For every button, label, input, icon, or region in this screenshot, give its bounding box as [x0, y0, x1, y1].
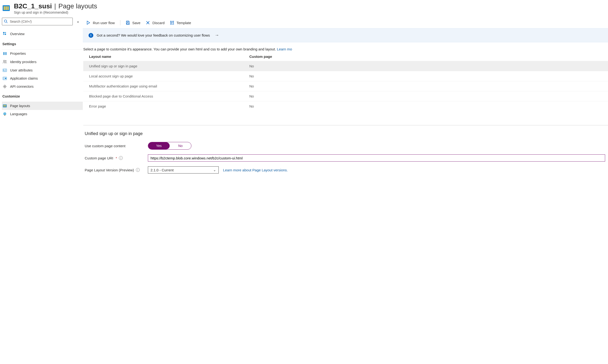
svg-rect-41 — [4, 115, 5, 116]
svg-rect-15 — [5, 34, 6, 35]
sidebar-item-overview[interactable]: Overview — [2, 30, 83, 38]
svg-rect-32 — [5, 78, 6, 79]
table-row[interactable]: Multifactor authentication page using em… — [83, 81, 608, 91]
svg-rect-1 — [4, 6, 5, 7]
sidebar-item-label: Properties — [10, 52, 26, 55]
feedback-banner[interactable]: i Got a second? We would love your feedb… — [83, 28, 608, 42]
sidebar-item-identity-providers[interactable]: Identity providers — [2, 58, 83, 66]
info-tooltip-icon[interactable]: i — [119, 156, 123, 160]
svg-rect-14 — [3, 34, 4, 35]
save-button[interactable]: Save — [126, 21, 140, 25]
col-head-custom: Custom page — [249, 54, 608, 59]
svg-rect-20 — [6, 52, 6, 55]
title-sep: | — [54, 2, 56, 10]
svg-point-51 — [170, 24, 171, 25]
row-custom-page: No — [249, 94, 608, 98]
toolbar-label: Template — [177, 21, 191, 25]
col-head-name: Layout name — [89, 54, 249, 59]
page-header: B2C_1_susi | Page layouts Sign up and si… — [0, 0, 608, 18]
chevron-down-icon: ⌄ — [213, 168, 216, 172]
table-row[interactable]: Error pageNo — [83, 101, 608, 111]
collapse-sidebar-icon[interactable]: « — [77, 20, 81, 24]
sidebar-item-application-claims[interactable]: Application claims — [2, 74, 83, 82]
svg-rect-38 — [5, 106, 5, 107]
banner-text: Got a second? We would love your feedbac… — [97, 33, 210, 37]
custom-uri-input[interactable] — [148, 154, 605, 162]
learn-more-link[interactable]: Learn mo — [277, 47, 292, 51]
sidebar-item-label: Identity providers — [10, 60, 36, 64]
svg-rect-4 — [4, 8, 5, 9]
sidebar-group-customize: Customize — [2, 91, 83, 100]
api-connectors-icon — [2, 85, 7, 89]
use-custom-toggle[interactable]: Yes No — [148, 142, 192, 150]
search-input[interactable] — [9, 19, 70, 24]
table-row[interactable]: Local account sign up pageNo — [83, 71, 608, 81]
required-asterisk: * — [116, 156, 117, 160]
svg-point-22 — [5, 61, 6, 62]
sidebar-item-languages[interactable]: Languages — [2, 110, 83, 118]
custom-uri-label: Custom page URI * i — [85, 156, 148, 160]
svg-rect-35 — [5, 105, 5, 106]
table-row[interactable]: Blocked page due to Conditional AccessNo — [83, 91, 608, 101]
template-icon — [170, 21, 174, 25]
toolbar-label: Discard — [152, 21, 165, 25]
sidebar-item-page-layouts[interactable]: Page layouts — [2, 102, 83, 110]
version-value: 2.1.0 - Current — [151, 168, 174, 172]
info-icon: i — [89, 33, 93, 38]
discard-icon — [146, 21, 150, 25]
row-custom-page: No — [249, 84, 608, 88]
row-layout-name: Error page — [89, 104, 249, 108]
svg-rect-6 — [7, 8, 9, 9]
row-layout-name: Unified sign up or sign in page — [89, 64, 249, 68]
row-layout-name: Blocked page due to Conditional Access — [89, 94, 249, 98]
svg-rect-43 — [127, 23, 129, 24]
table-row[interactable]: Unified sign up or sign in pageNo — [83, 61, 608, 71]
svg-rect-19 — [5, 52, 5, 55]
svg-rect-7 — [4, 9, 5, 10]
play-icon — [86, 21, 90, 25]
svg-point-52 — [173, 24, 174, 25]
table-header-row: Layout name Custom page — [83, 53, 608, 61]
svg-rect-8 — [5, 9, 7, 10]
sidebar-search[interactable] — [2, 18, 73, 25]
toggle-no[interactable]: No — [170, 142, 191, 149]
application-claims-icon — [2, 77, 7, 80]
overview-icon — [2, 32, 7, 36]
svg-point-50 — [173, 21, 174, 22]
discard-button[interactable]: Discard — [146, 21, 165, 25]
row-layout-name: Local account sign up page — [89, 74, 249, 78]
toolbar: Run user flow Save Discard — [83, 18, 608, 28]
sidebar-group-settings: Settings — [2, 38, 83, 47]
sidebar-item-label: Languages — [10, 112, 27, 116]
svg-rect-46 — [171, 21, 173, 24]
svg-rect-2 — [5, 6, 7, 7]
svg-rect-5 — [5, 8, 7, 9]
identity-icon — [2, 60, 7, 64]
toolbar-separator — [120, 20, 120, 25]
title-resource: B2C_1_susi — [14, 2, 52, 10]
sidebar-item-properties[interactable]: Properties — [2, 50, 83, 58]
row-layout-name: Multifactor authentication page using em… — [89, 84, 249, 88]
svg-rect-18 — [3, 52, 4, 55]
properties-icon — [2, 52, 7, 55]
svg-rect-13 — [5, 32, 6, 33]
toggle-yes[interactable]: Yes — [148, 142, 170, 149]
version-select[interactable]: 2.1.0 - Current ⌄ — [148, 166, 219, 173]
version-learn-more-link[interactable]: Learn more about Page Layout versions. — [223, 168, 288, 172]
row-custom-page: No — [249, 64, 608, 68]
layout-table: Layout name Custom page Unified sign up … — [83, 53, 608, 111]
user-attributes-icon — [2, 69, 7, 72]
sidebar-item-user-attributes[interactable]: User attributes — [2, 66, 83, 74]
sidebar-item-label: Page layouts — [10, 104, 30, 108]
sidebar-item-label: User attributes — [10, 68, 33, 72]
page-layouts-icon — [2, 104, 7, 107]
use-custom-label: Use custom page content — [85, 144, 148, 148]
svg-point-21 — [3, 60, 5, 62]
svg-line-11 — [6, 22, 7, 23]
sidebar-item-api-connectors[interactable]: API connectors — [2, 82, 83, 91]
info-tooltip-icon[interactable]: i — [136, 168, 140, 172]
search-icon — [4, 20, 8, 23]
run-user-flow-button[interactable]: Run user flow — [86, 21, 115, 25]
sidebar: « Overview Settings Properties — [0, 18, 83, 176]
template-button[interactable]: Template — [170, 21, 191, 25]
